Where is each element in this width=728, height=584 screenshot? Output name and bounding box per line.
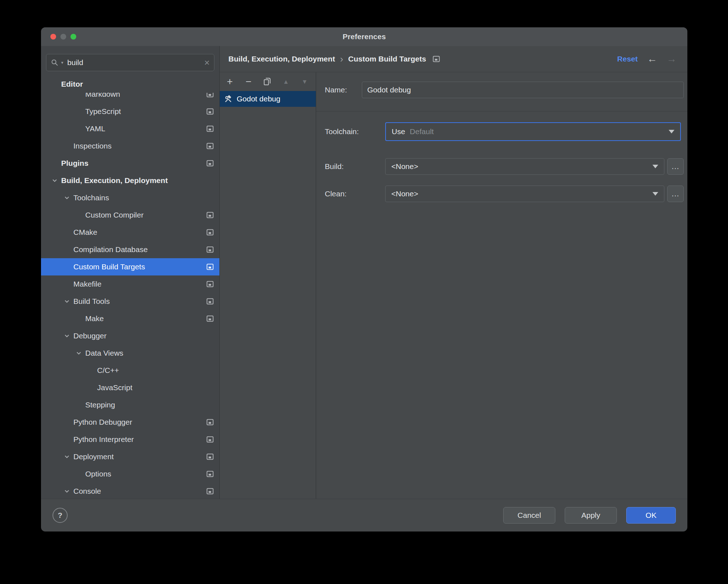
sidebar-item-label: Build Tools <box>73 297 110 306</box>
sidebar-item-custom-compiler[interactable]: Custom Compiler <box>41 206 219 224</box>
sidebar-item-label: Console <box>73 487 101 496</box>
name-input[interactable]: Godot debug <box>362 82 684 98</box>
sidebar-item-build-tools[interactable]: Build Tools <box>41 293 219 310</box>
add-target-icon[interactable]: + <box>226 77 234 86</box>
chevron-down-icon[interactable] <box>63 194 70 201</box>
sidebar-item-debugger[interactable]: Debugger <box>41 327 219 345</box>
sidebar-item-compilation-database[interactable]: Compilation Database <box>41 241 219 258</box>
page-settings-icon <box>206 108 214 115</box>
toolchain-label: Toolchain: <box>325 127 385 136</box>
sidebar-item-inspections[interactable]: Inspections <box>41 137 219 155</box>
settings-sidebar: ▾ build × MarkdownTypeScriptYAMLInspecti… <box>41 46 220 499</box>
sidebar-item-deployment[interactable]: Deployment <box>41 448 219 465</box>
targets-toolbar: + − ▲ ▼ <box>220 72 316 91</box>
name-value: Godot debug <box>367 86 411 94</box>
sidebar-item-label: Toolchains <box>73 193 109 202</box>
copy-target-icon[interactable] <box>263 77 272 86</box>
sidebar-item-options[interactable]: Options <box>41 465 219 483</box>
sidebar-item-console[interactable]: Console <box>41 483 219 499</box>
sidebar-item-label: Make <box>85 314 104 323</box>
chevron-down-icon[interactable] <box>63 332 70 339</box>
sidebar-item-javascript[interactable]: JavaScript <box>41 379 219 396</box>
sidebar-item-label: Build, Execution, Deployment <box>61 176 168 185</box>
search-history-caret-icon[interactable]: ▾ <box>61 60 63 65</box>
preferences-window: Preferences ▾ build × MarkdownTypeScript… <box>41 27 687 531</box>
sidebar-item-makefile[interactable]: Makefile <box>41 275 219 293</box>
chevron-down-icon[interactable] <box>63 298 70 305</box>
sidebar-item-custom-build-targets[interactable]: Custom Build Targets <box>41 258 219 275</box>
clean-browse-button[interactable]: ... <box>667 186 684 202</box>
build-target-item-godot-debug[interactable]: Godot debug <box>220 91 316 107</box>
sidebar-item-label: JavaScript <box>97 383 132 392</box>
ok-button[interactable]: OK <box>626 507 676 524</box>
sidebar-item-label: Options <box>85 470 111 478</box>
chevron-down-icon[interactable] <box>652 165 658 168</box>
breadcrumb-parent[interactable]: Build, Execution, Deployment <box>228 55 335 63</box>
page-settings-icon <box>206 315 214 322</box>
sidebar-item-build-execution-deployment[interactable]: Build, Execution, Deployment <box>41 172 219 189</box>
chevron-down-icon[interactable] <box>51 177 58 184</box>
reset-link[interactable]: Reset <box>617 55 638 63</box>
target-settings-form: Name: Godot debug Toolchain: Use Default <box>316 72 687 499</box>
sidebar-item-label: Deployment <box>73 452 114 461</box>
sidebar-item-label: Python Interpreter <box>73 435 134 444</box>
build-value: <None> <box>391 162 418 171</box>
help-button[interactable]: ? <box>53 508 68 523</box>
sidebar-item-editor[interactable]: Editor <box>41 76 219 93</box>
page-settings-icon <box>433 56 440 62</box>
sidebar-item-label: YAML <box>85 124 105 133</box>
chevron-down-icon[interactable] <box>63 453 70 460</box>
clear-search-icon[interactable]: × <box>204 58 210 67</box>
sidebar-item-toolchains[interactable]: Toolchains <box>41 189 219 206</box>
titlebar[interactable]: Preferences <box>41 27 687 46</box>
back-arrow-button[interactable]: ← <box>647 54 657 64</box>
toolchain-select[interactable]: Use Default <box>385 122 681 141</box>
chevron-down-icon[interactable] <box>75 350 82 357</box>
sidebar-item-data-views[interactable]: Data Views <box>41 345 219 362</box>
build-targets-panel: + − ▲ ▼ Godot debug <box>220 72 316 499</box>
sidebar-item-python-debugger[interactable]: Python Debugger <box>41 414 219 431</box>
breadcrumb-current: Custom Build Targets <box>348 55 426 63</box>
remove-target-icon[interactable]: − <box>244 77 253 86</box>
sidebar-item-cmake[interactable]: CMake <box>41 224 219 241</box>
sidebar-item-make[interactable]: Make <box>41 310 219 327</box>
cancel-button[interactable]: Cancel <box>503 507 555 524</box>
page-settings-icon <box>206 126 214 132</box>
forward-arrow-button: → <box>666 54 677 64</box>
sidebar-item-plugins[interactable]: Plugins <box>41 155 219 172</box>
sidebar-item-yaml[interactable]: YAML <box>41 120 219 137</box>
search-query-text[interactable]: build <box>67 58 202 67</box>
sidebar-item-label: Custom Build Targets <box>73 263 145 271</box>
window-title: Preferences <box>342 32 386 41</box>
chevron-down-icon[interactable] <box>652 192 658 196</box>
sidebar-item-label: Debugger <box>73 332 106 340</box>
page-settings-icon <box>206 264 214 270</box>
settings-tree: MarkdownTypeScriptYAMLInspectionsPlugins… <box>41 76 219 499</box>
page-settings-icon <box>206 419 214 425</box>
chevron-down-icon[interactable] <box>63 488 70 495</box>
clean-select[interactable]: <None> <box>385 186 664 202</box>
minimize-window-button <box>60 34 66 40</box>
sidebar-item-label: Editor <box>61 80 83 88</box>
clean-value: <None> <box>391 190 418 198</box>
chevron-down-icon[interactable] <box>669 130 674 133</box>
apply-button[interactable]: Apply <box>565 507 617 524</box>
page-settings-icon <box>206 160 214 166</box>
sidebar-item-c-c[interactable]: C/C++ <box>41 362 219 379</box>
page-settings-icon <box>206 436 214 443</box>
toolchain-value: Use <box>392 127 405 136</box>
page-settings-icon <box>206 143 214 149</box>
close-window-button[interactable] <box>50 34 56 40</box>
sidebar-item-stepping[interactable]: Stepping <box>41 396 219 414</box>
page-settings-icon <box>206 471 214 477</box>
settings-search-input[interactable]: ▾ build × <box>46 54 214 71</box>
sidebar-item-label: C/C++ <box>97 366 119 375</box>
build-select[interactable]: <None> <box>385 158 664 175</box>
sidebar-item-python-interpreter[interactable]: Python Interpreter <box>41 431 219 448</box>
build-browse-button[interactable]: ... <box>667 158 684 175</box>
zoom-window-button[interactable] <box>70 34 76 40</box>
search-icon <box>51 59 59 67</box>
breadcrumb-separator-icon: › <box>340 54 343 64</box>
sidebar-item-typescript[interactable]: TypeScript <box>41 103 219 120</box>
page-settings-icon <box>206 298 214 305</box>
